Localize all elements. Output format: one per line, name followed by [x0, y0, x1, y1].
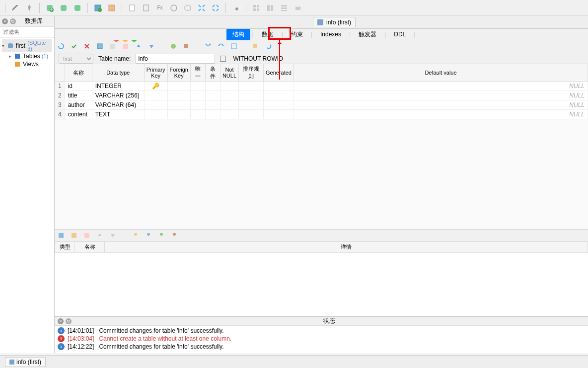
col-cond-header[interactable]: 条件 [205, 64, 220, 82]
table-add-icon[interactable] [93, 3, 102, 12]
move-up-icon[interactable] [135, 43, 143, 51]
views-label: Views [23, 61, 39, 68]
without-rowid-checkbox[interactable] [220, 56, 226, 62]
document-tab[interactable]: info (first) [313, 17, 356, 27]
views-tree-item[interactable]: Views [2, 60, 52, 68]
svg-point-6 [98, 8, 102, 12]
grid-icon[interactable] [252, 3, 261, 12]
refresh-status-icon[interactable]: ↻ [66, 318, 72, 324]
bottombar-tab[interactable]: info (first) [5, 357, 46, 367]
svg-rect-15 [267, 5, 270, 11]
filter-input[interactable]: 过滤名 [0, 27, 54, 38]
history-icon[interactable] [169, 3, 178, 12]
table-name-label: Table name: [98, 55, 131, 62]
col-unique-header[interactable]: 唯一 [190, 64, 205, 82]
commit-icon[interactable] [71, 43, 78, 51]
tool2-icon[interactable] [183, 43, 191, 51]
rows-icon[interactable] [280, 3, 289, 12]
delete-column-icon[interactable] [122, 43, 130, 51]
move-constraint-down-icon[interactable] [109, 232, 117, 240]
tables-icon [14, 53, 21, 60]
database-icon [7, 42, 14, 49]
unique-add-icon[interactable] [158, 232, 166, 240]
doc-tab-label: info (first) [326, 19, 351, 26]
pk-add-icon[interactable] [132, 232, 140, 240]
add-column-icon[interactable] [96, 43, 104, 51]
wrench-icon[interactable] [231, 3, 240, 12]
table-edit-icon[interactable] [107, 3, 116, 12]
refresh-panel-icon[interactable]: ↻ [10, 18, 16, 24]
tool3-icon[interactable] [205, 43, 213, 51]
svg-point-35 [134, 233, 137, 236]
svg-rect-8 [130, 5, 135, 11]
col-default-header[interactable]: Default value [294, 64, 588, 82]
db-select[interactable]: first [59, 54, 93, 64]
db-tree-item[interactable]: ▾ first (SQLite 3) [2, 39, 52, 52]
panel-title: 数据库 [25, 17, 43, 25]
col-type-header[interactable]: Data type [92, 64, 144, 82]
tables-tree-item[interactable]: ▸ Tables (1) [2, 52, 52, 60]
svg-rect-7 [109, 5, 115, 11]
tool5-icon[interactable] [230, 43, 238, 51]
col-pk-header[interactable]: PrimaryKey [144, 64, 167, 82]
table-name-input[interactable] [136, 54, 215, 64]
add-constraint-icon[interactable] [58, 232, 66, 240]
rocket-icon[interactable] [25, 3, 34, 12]
svg-rect-32 [59, 233, 64, 238]
tab-structure[interactable]: 结构 [226, 29, 250, 40]
sub-name-header[interactable]: 名称 [75, 242, 105, 253]
svg-rect-21 [296, 5, 299, 7]
col-notnull-header[interactable]: NotNULL [220, 64, 238, 82]
print-icon[interactable] [294, 3, 302, 12]
cube-icon[interactable] [183, 3, 192, 12]
primary-key-icon: 🔑 [152, 83, 159, 90]
undo-icon[interactable] [265, 43, 273, 51]
tab-ddl[interactable]: DDL [388, 29, 412, 39]
close-status-icon[interactable]: × [58, 318, 64, 324]
fx-icon[interactable]: Fx [155, 3, 164, 12]
table-row[interactable]: 2titleVARCHAR (256)NULL [55, 91, 588, 100]
columns-icon[interactable] [266, 3, 275, 12]
tab-indexes[interactable]: Indexes [314, 29, 347, 39]
table-row[interactable]: 4contentTEXTNULL [55, 110, 588, 119]
col-gen-header[interactable]: Generated [264, 64, 294, 82]
tool1-icon[interactable] [170, 43, 178, 51]
paste-icon[interactable] [142, 3, 150, 12]
refresh-icon[interactable] [58, 43, 66, 51]
chevron-right-icon[interactable]: ▸ [9, 54, 14, 59]
feather-icon[interactable] [11, 3, 20, 12]
check-add-icon[interactable] [171, 232, 179, 240]
db-remove-icon[interactable] [73, 3, 82, 12]
expand-icon[interactable] [197, 3, 206, 12]
table-row[interactable]: 1idINTEGER🔑NULL [55, 82, 588, 91]
tables-label: Tables [23, 53, 40, 60]
chevron-down-icon[interactable]: ▾ [2, 43, 7, 48]
edit-column-icon[interactable] [109, 43, 117, 51]
tab-data[interactable]: 数据 [256, 29, 280, 40]
col-name-header[interactable]: 名称 [65, 64, 92, 82]
collapse-icon[interactable] [211, 3, 220, 12]
tab-triggers[interactable]: 触发器 [353, 29, 382, 40]
move-constraint-up-icon[interactable] [96, 232, 104, 240]
move-down-icon[interactable] [148, 43, 156, 51]
db-add-icon[interactable]: + [45, 3, 54, 12]
fk-add-icon[interactable] [145, 232, 153, 240]
table-row[interactable]: 3authorVARCHAR (64)NULL [55, 100, 588, 110]
tab-constraints[interactable]: 约束 [285, 29, 309, 40]
col-fk-header[interactable]: ForeignKey [167, 64, 190, 82]
copy-icon[interactable] [252, 43, 260, 51]
tool4-icon[interactable] [218, 43, 225, 51]
bottombar-label: info (first) [16, 359, 41, 366]
svg-rect-29 [184, 44, 188, 48]
rollback-icon[interactable] [83, 43, 91, 51]
note-icon[interactable] [128, 3, 137, 12]
sub-type-header[interactable]: 类型 [55, 242, 75, 253]
sub-detail-header[interactable]: 详情 [105, 242, 588, 253]
db-edit-icon[interactable] [59, 3, 68, 12]
svg-rect-13 [253, 8, 256, 11]
svg-rect-11 [253, 5, 256, 7]
col-sort-header[interactable]: 排序规则 [239, 64, 264, 82]
edit-constraint-icon[interactable] [71, 232, 78, 240]
delete-constraint-icon[interactable] [83, 232, 91, 240]
close-panel-icon[interactable]: × [2, 18, 8, 24]
